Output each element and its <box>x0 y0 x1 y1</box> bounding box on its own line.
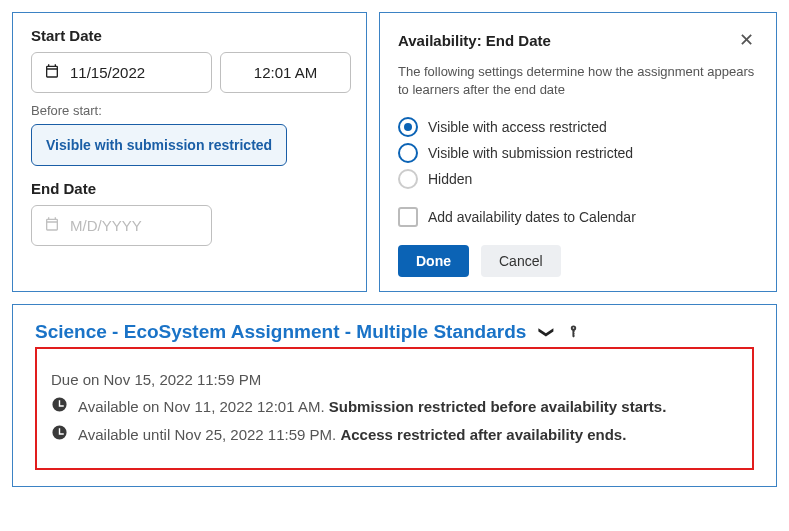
availability-description: The following settings determine how the… <box>398 63 758 99</box>
option-label: Visible with submission restricted <box>428 145 633 161</box>
option-hidden[interactable]: Hidden <box>398 169 758 189</box>
start-date-label: Start Date <box>31 27 348 44</box>
radio-icon <box>398 143 418 163</box>
radio-icon <box>398 169 418 189</box>
close-icon[interactable]: ✕ <box>735 27 758 53</box>
availability-end-date-panel: Availability: End Date ✕ The following s… <box>379 12 777 292</box>
due-date-text: Due on Nov 15, 2022 11:59 PM <box>51 371 738 388</box>
availability-title: Availability: End Date <box>398 32 551 49</box>
option-access-restricted[interactable]: Visible with access restricted <box>398 117 758 137</box>
available-on-line: Available on Nov 11, 2022 12:01 AM. Subm… <box>51 396 738 416</box>
end-date-input[interactable]: M/D/YYYY <box>31 205 212 246</box>
chevron-down-icon[interactable]: ❯ <box>538 326 556 339</box>
start-end-date-panel: Start Date 11/15/2022 12:01 AM Before st… <box>12 12 367 292</box>
clock-icon <box>51 396 68 416</box>
checkbox-icon <box>398 207 418 227</box>
start-time-input[interactable]: 12:01 AM <box>220 52 351 93</box>
done-button[interactable]: Done <box>398 245 469 277</box>
assignment-summary-panel: Science - EcoSystem Assignment - Multipl… <box>12 304 777 487</box>
available-until-line: Available until Nov 25, 2022 11:59 PM. A… <box>51 424 738 444</box>
cancel-button[interactable]: Cancel <box>481 245 561 277</box>
radio-icon <box>398 117 418 137</box>
start-date-input[interactable]: 11/15/2022 <box>31 52 212 93</box>
start-date-value: 11/15/2022 <box>70 64 145 81</box>
assignment-title-link[interactable]: Science - EcoSystem Assignment - Multipl… <box>35 321 526 343</box>
calendar-icon <box>44 216 60 235</box>
clock-icon <box>51 424 68 444</box>
add-to-calendar-checkbox[interactable]: Add availability dates to Calendar <box>398 207 758 227</box>
checkbox-label: Add availability dates to Calendar <box>428 209 636 225</box>
availability-summary-box: Due on Nov 15, 2022 11:59 PM Available o… <box>35 347 754 470</box>
option-submission-restricted[interactable]: Visible with submission restricted <box>398 143 758 163</box>
option-label: Hidden <box>428 171 472 187</box>
end-date-label: End Date <box>31 180 348 197</box>
before-start-chip[interactable]: Visible with submission restricted <box>31 124 287 166</box>
before-start-label: Before start: <box>31 103 348 118</box>
calendar-icon <box>44 63 60 82</box>
key-icon <box>567 322 580 343</box>
option-label: Visible with access restricted <box>428 119 607 135</box>
start-time-value: 12:01 AM <box>254 64 317 81</box>
end-date-placeholder: M/D/YYYY <box>70 217 142 234</box>
